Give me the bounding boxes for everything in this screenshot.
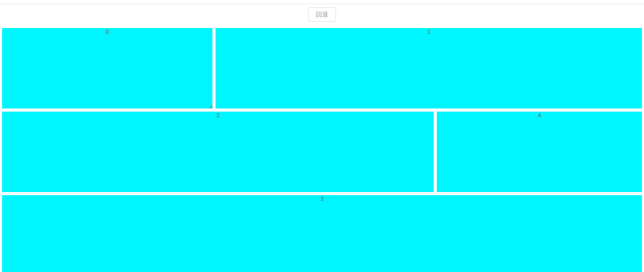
grid-item-label: 0 xyxy=(2,28,212,35)
back-button[interactable]: 回退 xyxy=(308,7,336,22)
grid-container: 0 1 2 4 3 xyxy=(0,28,644,272)
resize-handle-icon[interactable] xyxy=(209,105,212,108)
grid-row-3: 3 xyxy=(2,195,642,272)
grid-item-label: 2 xyxy=(2,112,434,118)
grid-item-2[interactable]: 2 xyxy=(2,112,434,192)
grid-row-2: 2 4 xyxy=(2,112,642,192)
grid-row-1: 0 1 xyxy=(2,28,642,108)
grid-item-0[interactable]: 0 xyxy=(2,28,212,108)
grid-item-label: 1 xyxy=(216,28,642,35)
grid-item-1[interactable]: 1 xyxy=(216,28,642,108)
grid-item-label: 4 xyxy=(437,112,642,118)
top-border xyxy=(0,0,644,4)
grid-item-3[interactable]: 3 xyxy=(2,195,642,272)
toolbar: 回退 xyxy=(0,4,644,25)
grid-item-label: 3 xyxy=(2,195,642,202)
grid-item-4[interactable]: 4 xyxy=(437,112,642,192)
